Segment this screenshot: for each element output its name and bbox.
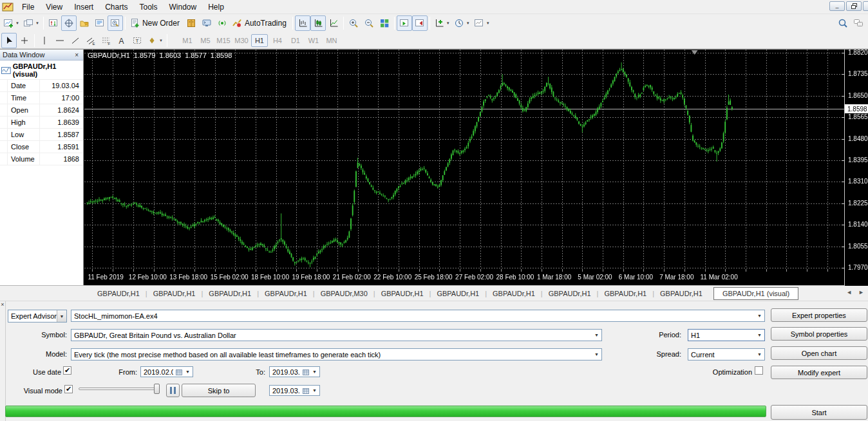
visual-speed-slider[interactable]: [79, 384, 160, 394]
new-chart-dropdown-icon[interactable]: ▼: [15, 21, 19, 25]
arrows-button[interactable]: ▼: [145, 33, 165, 48]
timeframe-m15-button[interactable]: M15: [215, 34, 232, 47]
zoom-out-button[interactable]: [361, 15, 377, 31]
chart-tab[interactable]: GBPAUDr,H1: [147, 288, 202, 299]
text-label-button[interactable]: T: [129, 33, 145, 48]
spread-dropdown-icon[interactable]: ▼: [755, 352, 762, 357]
market-watch-button[interactable]: [46, 15, 61, 31]
trendline-button[interactable]: [68, 33, 83, 48]
menu-item-insert[interactable]: Insert: [68, 1, 99, 13]
close-button[interactable]: ✕: [863, 1, 868, 11]
periods-button[interactable]: ▼: [452, 15, 472, 31]
strategy-tester-button[interactable]: [108, 15, 123, 31]
cursor-button[interactable]: [1, 33, 17, 48]
menu-item-file[interactable]: File: [16, 1, 40, 13]
timeframe-mn-button[interactable]: MN: [323, 34, 340, 47]
timeframe-h1-button[interactable]: H1: [251, 34, 268, 47]
chart-tab[interactable]: GBPAUDr,H1: [375, 288, 429, 299]
chart-tab[interactable]: GBPAUDr,H1: [203, 288, 257, 299]
signals-button[interactable]: [214, 15, 230, 31]
new-order-button[interactable]: New Order: [127, 15, 184, 31]
chart-shift-button[interactable]: [412, 15, 428, 31]
data-window-titlebar[interactable]: Data Window ×: [0, 50, 83, 61]
chart-canvas[interactable]: [84, 50, 844, 286]
indicators-dropdown-icon[interactable]: ▼: [446, 21, 450, 25]
menu-item-charts[interactable]: Charts: [99, 1, 133, 13]
new-chart-button[interactable]: ▼: [1, 15, 21, 31]
pause-button[interactable]: [166, 384, 180, 397]
use-date-checkbox[interactable]: ✔: [63, 366, 71, 375]
templates-button[interactable]: ▼: [472, 15, 492, 31]
timeframe-d1-button[interactable]: D1: [287, 34, 304, 47]
navigator-button[interactable]: [77, 15, 92, 31]
periods-dropdown-icon[interactable]: ▼: [466, 21, 470, 25]
skip-to-date-dropdown-icon[interactable]: ▼: [310, 388, 317, 393]
chart-tab[interactable]: GBPAUDr,H1: [431, 288, 485, 299]
timeframe-m5-button[interactable]: M5: [197, 34, 214, 47]
skip-to-button[interactable]: Skip to: [182, 384, 256, 397]
menu-item-tools[interactable]: Tools: [134, 1, 164, 13]
chat-button[interactable]: [851, 15, 866, 31]
timeframe-w1-button[interactable]: W1: [305, 34, 322, 47]
chart-tab[interactable]: GBPAUDr,H1: [91, 288, 146, 299]
chart-tab[interactable]: GBPAUDr,H1: [487, 288, 541, 299]
open-chart-button[interactable]: Open chart: [771, 346, 867, 360]
visual-mode-checkbox[interactable]: ✔: [64, 385, 73, 393]
expert-type-select[interactable]: Expert Advisor ▼: [8, 310, 67, 323]
model-select[interactable]: Every tick (the most precise method base…: [71, 348, 602, 360]
equidistant-channel-button[interactable]: E: [83, 33, 99, 48]
expert-name-select[interactable]: StocHL_mimomon-EA.ex4 ▼: [71, 310, 765, 322]
tab-scroll-left-icon[interactable]: ◄: [846, 289, 852, 295]
tile-windows-button[interactable]: [377, 15, 392, 31]
arrows-dropdown-icon[interactable]: ▼: [159, 39, 163, 42]
expert-type-dropdown-icon[interactable]: ▼: [57, 310, 66, 322]
period-dropdown-icon[interactable]: ▼: [755, 333, 762, 337]
zoom-in-button[interactable]: [346, 15, 361, 31]
symbol-properties-button[interactable]: Symbol properties: [771, 327, 867, 341]
timeframe-m1-button[interactable]: M1: [179, 34, 196, 47]
chart-candles-button[interactable]: [310, 15, 326, 31]
calendar-icon[interactable]: [303, 388, 309, 394]
horizontal-line-button[interactable]: [52, 33, 68, 48]
period-select[interactable]: H1 ▼: [688, 329, 765, 341]
chart-tab[interactable]: GBPAUDr,H1: [654, 288, 708, 299]
menu-item-help[interactable]: Help: [202, 1, 230, 13]
tester-close-icon[interactable]: ×: [1, 301, 4, 308]
slider-thumb[interactable]: [154, 384, 160, 394]
auto-scroll-button[interactable]: [397, 15, 412, 31]
crosshair-tool-button[interactable]: [17, 33, 32, 48]
from-date-dropdown-icon[interactable]: ▼: [184, 370, 190, 374]
chart-tab[interactable]: GBPAUDr,H1: [543, 288, 597, 299]
profiles-button[interactable]: ▼: [21, 15, 41, 31]
modify-expert-button[interactable]: Modify expert: [771, 366, 867, 379]
expert-name-dropdown-icon[interactable]: ▼: [755, 313, 762, 318]
calendar-icon[interactable]: [303, 369, 309, 375]
symbol-select[interactable]: GBPAUDr, Great Britain Pound vs. Austral…: [71, 329, 602, 341]
skip-to-date-field[interactable]: 2019.03.13 ▼: [269, 385, 320, 396]
symbol-dropdown-icon[interactable]: ▼: [592, 333, 599, 337]
fibonacci-button[interactable]: F: [99, 33, 114, 48]
tab-scroll-right-icon[interactable]: ►: [858, 289, 864, 295]
autotrading-button[interactable]: AutoTrading: [230, 15, 290, 31]
chart-tab[interactable]: GBPAUDr,H1: [598, 288, 652, 299]
minimize-button[interactable]: –: [829, 1, 845, 11]
timeframe-h4-button[interactable]: H4: [269, 34, 286, 47]
from-date-field[interactable]: 2019.02.01 ▼: [140, 366, 193, 377]
calendar-icon[interactable]: [176, 369, 182, 375]
chart-tab[interactable]: GBPAUDr,H1: [259, 288, 313, 299]
chart-tab-active[interactable]: GBPAUDr,H1 (visual): [713, 287, 798, 300]
chart-tab[interactable]: GBPAUDr,M30: [315, 288, 373, 299]
data-window-button[interactable]: [61, 15, 77, 31]
model-dropdown-icon[interactable]: ▼: [592, 352, 599, 357]
vertical-line-button[interactable]: [37, 33, 52, 48]
metaeditor-button[interactable]: [199, 15, 214, 31]
optimization-checkbox[interactable]: [755, 366, 763, 375]
to-date-dropdown-icon[interactable]: ▼: [310, 370, 317, 374]
terminal-button[interactable]: [92, 15, 108, 31]
text-button[interactable]: A: [114, 33, 129, 48]
chart-line-button[interactable]: [326, 15, 341, 31]
menu-item-view[interactable]: View: [40, 1, 68, 13]
timeframe-m30-button[interactable]: M30: [233, 34, 250, 47]
slider-track[interactable]: [79, 388, 160, 390]
menu-item-window[interactable]: Window: [164, 1, 203, 13]
